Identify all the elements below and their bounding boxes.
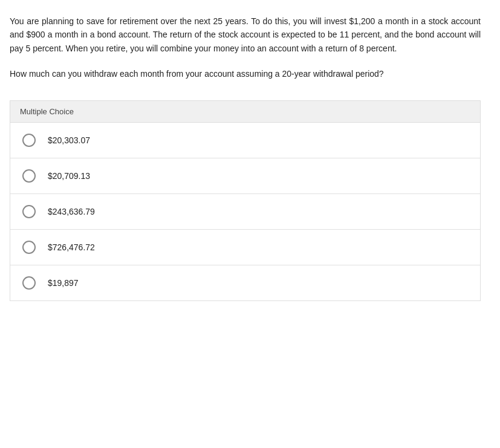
question-paragraph2: How much can you withdraw each month fro…	[10, 67, 481, 80]
choice-label-e: $19,897	[48, 278, 79, 288]
page-container: You are planning to save for retirement …	[0, 0, 500, 316]
radio-circle-d[interactable]	[22, 241, 36, 254]
choice-label-d: $726,476.72	[48, 242, 95, 252]
choice-label-c: $243,636.79	[48, 207, 95, 216]
radio-circle-e[interactable]	[22, 276, 36, 290]
choice-item-b[interactable]: $20,709.13	[10, 158, 480, 194]
radio-circle-c[interactable]	[22, 205, 36, 218]
choice-label-a: $20,303.07	[48, 135, 90, 145]
choice-item-e[interactable]: $19,897	[10, 265, 480, 300]
choice-item-a[interactable]: $20,303.07	[10, 123, 480, 158]
options-container: $20,303.07$20,709.13$243,636.79$726,476.…	[10, 123, 480, 300]
mc-header: Multiple Choice	[10, 101, 480, 123]
choice-item-c[interactable]: $243,636.79	[10, 194, 480, 230]
choice-label-b: $20,709.13	[48, 171, 90, 181]
multiple-choice-section: Multiple Choice $20,303.07$20,709.13$243…	[10, 100, 481, 301]
radio-circle-b[interactable]	[22, 169, 36, 183]
choice-item-d[interactable]: $726,476.72	[10, 230, 480, 265]
question-paragraph1: You are planning to save for retirement …	[10, 15, 481, 55]
radio-circle-a[interactable]	[22, 134, 36, 147]
